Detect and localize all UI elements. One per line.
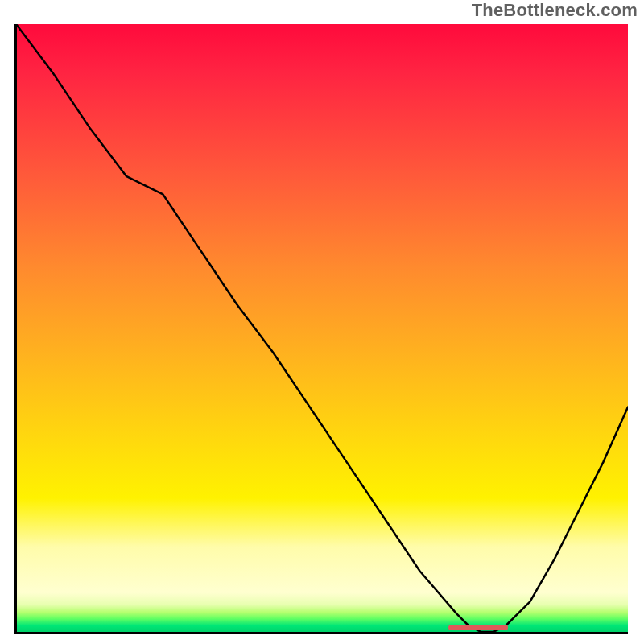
y-axis-line: [14, 24, 17, 634]
optimal-range-marker: [451, 625, 506, 630]
x-axis-line: [16, 632, 628, 634]
optimal-range-dot-right: [502, 625, 508, 630]
plot-gradient-background: [16, 24, 628, 632]
chart-viewport: TheBottleneck.com: [0, 0, 644, 644]
optimal-range-dot-left: [448, 625, 454, 630]
watermark-text: TheBottleneck.com: [472, 0, 638, 21]
